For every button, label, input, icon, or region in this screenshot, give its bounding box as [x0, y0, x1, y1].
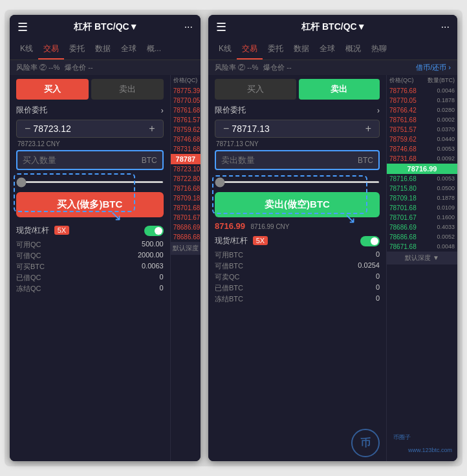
right-qty-input[interactable] [221, 155, 358, 165]
left-order-section: 买入 卖出 限价委托 › − + 78723.12 [10, 75, 170, 461]
left-price-item: 78746.68 [171, 135, 201, 144]
left-price-cny-label: 78723.12 CNY [16, 140, 164, 147]
left-default-depth[interactable]: 默认深度 [171, 242, 201, 255]
right-info-frozen-btc: 冻结BTC 0 [215, 294, 380, 304]
right-risk-bar: 风险率 ② --% 爆仓价 -- 借币/还币 › [208, 60, 457, 75]
right-sell-qc-val: 0 [376, 272, 380, 282]
left-qty-input-box[interactable]: BTC [16, 150, 164, 170]
right-order-type-label[interactable]: 限价委托 [215, 105, 246, 116]
left-panel: ☰ 杠杆 BTC/QC▼ ··· K线 交易 委托 数据 全球 概... 风险率… [10, 15, 201, 461]
left-tab-more[interactable]: 概... [142, 39, 166, 60]
right-default-depth[interactable]: 默认深度 ▼ [387, 252, 457, 265]
right-price-list-header: 价格(QC) 数量(BTC) [387, 75, 457, 86]
right-price-item: 78731.680.0092 [387, 154, 457, 164]
left-tab-global[interactable]: 全球 [116, 39, 142, 60]
right-credit-btc-val: 0.0254 [358, 261, 380, 271]
left-qty-input[interactable] [23, 155, 142, 165]
right-highlight-price: 78716.99 [387, 164, 457, 174]
right-price-item: 78686.680.0052 [387, 232, 457, 242]
left-info-buy-btc: 可买BTC 0.0063 [16, 262, 164, 272]
right-price-item: 78671.680.0048 [387, 242, 457, 252]
right-tab-entrust[interactable]: 委托 [263, 39, 288, 60]
left-frozen-qc-label: 冻结QC [16, 284, 41, 294]
right-order-type-row: 限价委托 › [215, 105, 380, 116]
left-price-item: 78716.68 [171, 184, 201, 193]
right-price-item: 78761.680.0002 [387, 115, 457, 125]
left-price-item: 78775.39 [171, 86, 201, 96]
left-toggle[interactable] [144, 226, 164, 236]
watermark-logo: 币 [351, 429, 380, 457]
right-price-item: 78715.800.0500 [387, 184, 457, 193]
right-qty-slider[interactable] [215, 181, 380, 183]
left-qty-slider[interactable] [16, 181, 164, 183]
left-borrowed-qc-val: 0 [160, 273, 164, 283]
left-price-input[interactable] [33, 124, 146, 134]
right-toggle[interactable] [360, 236, 380, 246]
left-buy-tab[interactable]: 买入 [16, 79, 89, 100]
right-price-plus[interactable]: + [363, 123, 374, 135]
left-price-col-label: 价格(QC) [173, 76, 198, 85]
right-price-col-label: 价格(QC) [389, 76, 414, 85]
right-qty-input-box[interactable]: BTC [215, 150, 380, 170]
right-leverage-badge[interactable]: 5X [253, 236, 268, 245]
left-tab-trade[interactable]: 交易 [38, 39, 64, 60]
left-qty-unit: BTC [142, 156, 157, 165]
right-price-item: 78776.680.0046 [387, 86, 457, 96]
left-risk-text: 风险率 ② --% [16, 63, 60, 72]
left-info-qc: 可用QC 500.00 [16, 240, 164, 250]
right-credit-link[interactable]: 借币/还币 › [416, 63, 451, 72]
left-tab-kline[interactable]: K线 [15, 39, 38, 60]
right-panel: ☰ 杠杆 BTC/QC▼ ··· K线 交易 委托 数据 全球 概况 热聊 风险… [208, 15, 457, 461]
right-tab-data[interactable]: 数据 [288, 39, 314, 60]
right-tab-bar: K线 交易 委托 数据 全球 概况 热聊 [208, 39, 457, 60]
left-leverage-badge[interactable]: 5X [54, 226, 69, 235]
right-price-input-row[interactable]: − + [215, 120, 380, 138]
left-explosion-text: 爆仓价 -- [65, 63, 92, 72]
left-price-item: 78759.62 [171, 125, 201, 135]
left-price-list-header: 价格(QC) [171, 75, 201, 86]
right-tab-trade[interactable]: 交易 [237, 39, 263, 60]
right-info-btc: 可用BTC 0 [215, 250, 380, 260]
right-price-minus[interactable]: − [221, 123, 232, 135]
left-price-list: 价格(QC) 78775.39 78770.05 78761.68 78761.… [170, 75, 201, 461]
left-tab-bar: K线 交易 委托 数据 全球 概... [10, 39, 201, 60]
right-action-price-wrapper: 8716.99 8716.99 CNY [215, 220, 380, 232]
left-order-type-arrow: › [161, 106, 164, 115]
left-tab-entrust[interactable]: 委托 [64, 39, 90, 60]
right-tab-hot[interactable]: 热聊 [366, 39, 392, 60]
right-action-btn[interactable]: 卖出(做空)BTC [215, 192, 380, 217]
right-action-price-cny: 8716.99 CNY [250, 223, 289, 230]
left-risk-bar: 风险率 ② --% 爆仓价 -- [10, 60, 201, 75]
right-slider-row[interactable] [215, 174, 380, 186]
left-available-qc-label: 可用QC [16, 240, 41, 250]
left-info-borrowed-qc: 已借QC 0 [16, 273, 164, 283]
right-qty-wrapper: BTC [215, 150, 380, 170]
left-price-minus[interactable]: − [22, 123, 33, 135]
left-price-item: 78709.18 [171, 193, 201, 203]
left-menu-icon[interactable]: ☰ [17, 20, 28, 34]
right-price-input[interactable] [232, 124, 362, 134]
right-price-item: 78716.680.0053 [387, 174, 457, 184]
left-price-plus[interactable]: + [146, 123, 157, 135]
right-buy-tab[interactable]: 买入 [215, 79, 296, 100]
left-price-input-row[interactable]: − + [16, 120, 164, 138]
right-menu-icon[interactable]: ☰ [216, 20, 226, 34]
left-tab-data[interactable]: 数据 [90, 39, 116, 60]
right-available-btc-val: 0 [376, 250, 380, 260]
right-dots-icon[interactable]: ··· [441, 21, 450, 33]
right-top-bar: ☰ 杠杆 BTC/QC▼ ··· [208, 15, 457, 39]
left-sell-tab[interactable]: 卖出 [91, 79, 164, 100]
right-credit-btc-label: 可借BTC [215, 261, 243, 271]
right-tab-kline[interactable]: K线 [213, 39, 237, 60]
left-slider-row[interactable] [16, 174, 164, 186]
right-price-item: 78686.690.4033 [387, 222, 457, 232]
right-price-item: 78709.180.1878 [387, 193, 457, 203]
right-sell-tab[interactable]: 卖出 [299, 79, 380, 100]
left-order-type-label[interactable]: 限价委托 [16, 105, 47, 116]
right-tab-overview[interactable]: 概况 [340, 39, 366, 60]
left-dots-icon[interactable]: ··· [184, 21, 193, 33]
left-action-btn[interactable]: 买入(做多)BTC [16, 192, 164, 217]
right-tab-global[interactable]: 全球 [314, 39, 340, 60]
left-buy-btc-label: 可买BTC [16, 262, 45, 272]
right-leverage-label: 现货/杠杆 5X [215, 235, 268, 246]
